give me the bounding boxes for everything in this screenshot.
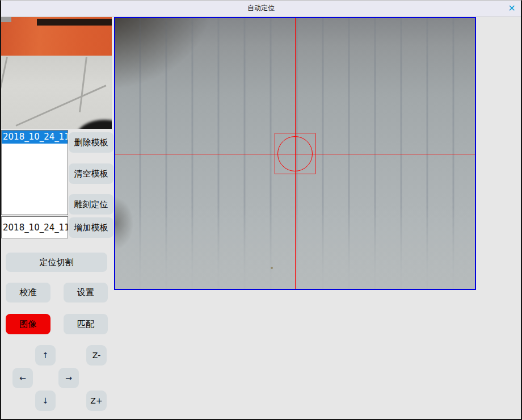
window-title: 自动定位 — [247, 3, 275, 13]
template-preview-image — [1, 17, 112, 129]
jog-up-button[interactable]: ↑ — [35, 345, 56, 366]
jog-z-plus-button[interactable]: Z+ — [86, 390, 107, 411]
preview-dark-bar — [37, 19, 112, 26]
add-template-button[interactable]: 增加模板 — [69, 217, 113, 238]
close-icon: ✕ — [508, 3, 515, 14]
auto-position-dialog: 自动定位 ✕ 2018_10_24_11 删除模板 清空模板 雕刻定位 增加模板… — [0, 0, 522, 420]
preview-tile-line — [15, 85, 106, 127]
delete-template-button[interactable]: 删除模板 — [69, 132, 113, 153]
template-list[interactable]: 2018_10_24_11 — [1, 130, 68, 215]
right-arrow-icon: → — [65, 373, 72, 383]
match-region-circle — [277, 136, 313, 171]
up-arrow-icon: ↑ — [42, 351, 49, 360]
calibrate-button[interactable]: 校准 — [6, 283, 50, 303]
preview-dark-object — [76, 120, 112, 129]
close-button[interactable]: ✕ — [506, 2, 518, 15]
preview-gray-patch — [1, 17, 11, 22]
match-button[interactable]: 匹配 — [64, 314, 108, 334]
preview-tile-line — [1, 57, 8, 129]
engrave-position-button[interactable]: 雕刻定位 — [69, 194, 113, 215]
clear-templates-button[interactable]: 清空模板 — [69, 163, 113, 184]
jog-down-button[interactable]: ↓ — [35, 390, 56, 411]
jog-left-button[interactable]: ← — [12, 368, 33, 388]
preview-tile-line — [79, 57, 87, 112]
image-mode-button[interactable]: 图像 — [6, 314, 50, 334]
left-arrow-icon: ← — [19, 373, 26, 383]
position-cut-button[interactable]: 定位切割 — [6, 253, 107, 272]
down-arrow-icon: ↓ — [42, 396, 49, 405]
jog-right-button[interactable]: → — [58, 368, 79, 388]
jog-z-minus-button[interactable]: Z- — [86, 345, 107, 366]
camera-image-speck — [271, 267, 273, 269]
template-list-item-selected[interactable]: 2018_10_24_11 — [2, 131, 68, 144]
camera-view — [114, 17, 476, 290]
titlebar: 自动定位 ✕ — [1, 1, 521, 16]
z-plus-label: Z+ — [90, 396, 102, 405]
settings-button[interactable]: 设置 — [64, 283, 108, 303]
template-name-input[interactable] — [1, 216, 68, 238]
z-minus-label: Z- — [92, 351, 100, 360]
